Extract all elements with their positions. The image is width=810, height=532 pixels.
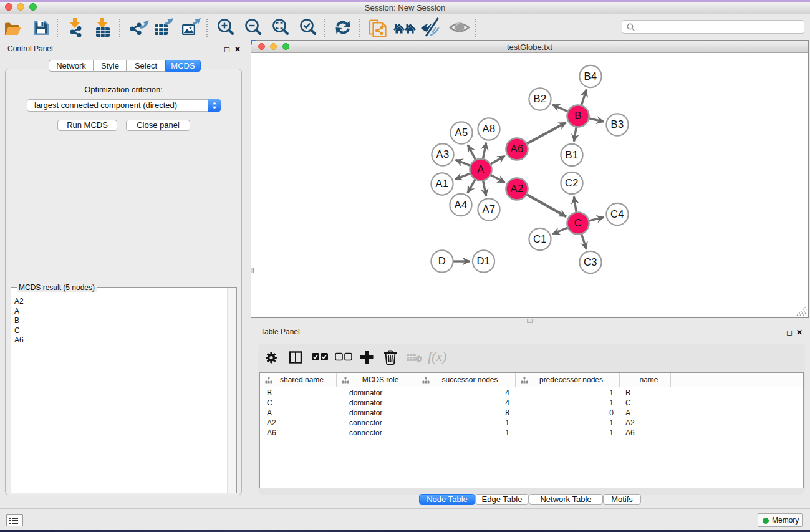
svg-text:D: D <box>438 255 446 266</box>
svg-text:A1: A1 <box>435 178 448 189</box>
svg-text:C3: C3 <box>584 256 597 268</box>
svg-text:B3: B3 <box>610 118 624 130</box>
svg-text:B1: B1 <box>565 149 578 160</box>
svg-text:C1: C1 <box>533 233 547 244</box>
svg-text:A8: A8 <box>482 123 495 134</box>
svg-text:A4: A4 <box>454 199 467 210</box>
svg-text:A2: A2 <box>510 183 523 194</box>
svg-text:A: A <box>477 163 485 175</box>
svg-text:A6: A6 <box>510 143 523 154</box>
svg-text:C: C <box>574 217 582 228</box>
svg-text:A7: A7 <box>482 203 495 215</box>
svg-text:A3: A3 <box>436 148 449 160</box>
svg-text:A5: A5 <box>455 127 468 138</box>
svg-text:C2: C2 <box>565 177 579 188</box>
svg-text:B: B <box>574 110 582 121</box>
svg-text:D1: D1 <box>476 255 490 266</box>
svg-text:B2: B2 <box>533 93 546 104</box>
svg-text:B4: B4 <box>584 70 597 82</box>
svg-text:C4: C4 <box>610 208 624 220</box>
